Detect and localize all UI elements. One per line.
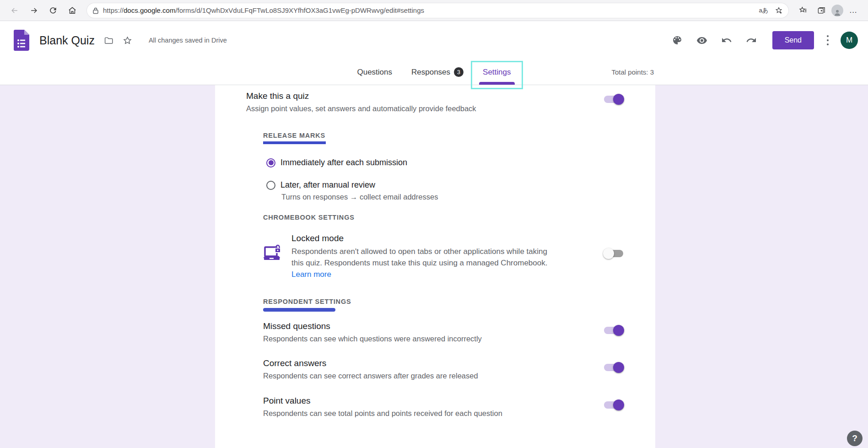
release-option-later[interactable]: Later, after manual review (266, 180, 655, 190)
respondent-settings-label-wrap: RESPONDENT SETTINGS (263, 298, 351, 312)
release-option-later-label: Later, after manual review (280, 180, 375, 190)
lock-icon (92, 7, 99, 14)
tab-responses[interactable]: Responses 3 (410, 59, 465, 85)
responses-count-badge: 3 (454, 67, 464, 77)
url-text: https://docs.google.com/forms/d/1QwhDxVd… (103, 6, 752, 14)
locked-mode-title: Locked mode (291, 233, 548, 243)
more-options-icon[interactable] (825, 32, 830, 49)
correct-answers-row: Correct answers Respondents can see corr… (263, 358, 623, 380)
point-values-toggle[interactable] (604, 401, 623, 409)
release-option-later-note: Turns on responses → collect email addre… (281, 193, 655, 201)
right-margin (655, 85, 868, 448)
toggle-knob (603, 248, 614, 259)
tab-questions[interactable]: Questions (355, 59, 394, 85)
release-option-immediately-label: Immediately after each submission (280, 158, 407, 167)
tab-bar: Questions Responses 3 Settings Total poi… (0, 59, 868, 85)
correct-answers-text: Correct answers Respondents can see corr… (263, 358, 478, 380)
missed-questions-toggle[interactable] (604, 327, 623, 334)
total-points: Total points: 3 (611, 59, 654, 85)
locked-mode-text: Locked mode Respondents aren't allowed t… (291, 233, 548, 280)
locked-mode-description: Respondents aren't allowed to open tabs … (291, 246, 548, 280)
locked-mode-toggle[interactable] (604, 250, 623, 257)
theme-palette-icon[interactable] (672, 35, 683, 46)
make-quiz-text: Make this a quiz Assign point values, se… (246, 91, 476, 113)
release-marks-underline-annotation (263, 141, 326, 144)
settings-card: Make this a quiz Assign point values, se… (215, 85, 655, 448)
make-quiz-description: Assign point values, set answers and aut… (246, 104, 476, 113)
respondent-settings-label: RESPONDENT SETTINGS (263, 298, 351, 305)
missed-questions-text: Missed questions Respondents can see whi… (263, 321, 482, 343)
left-margin (0, 85, 215, 448)
point-values-text: Point values Respondents can see total p… (263, 396, 502, 418)
point-values-description: Respondents can see total points and poi… (263, 409, 502, 418)
tab-settings-label: Settings (483, 68, 511, 77)
tab-responses-label: Responses (411, 68, 450, 77)
active-tab-indicator (479, 82, 514, 85)
url-path: /forms/d/1QwhDxVduLFqFTwLo8SJ9XYfhfOX3aG… (175, 6, 424, 14)
toggle-knob (613, 399, 624, 410)
release-option-immediately[interactable]: Immediately after each submission (266, 158, 655, 167)
url-domain: docs.google.com (124, 6, 175, 14)
learn-more-link[interactable]: Learn more (291, 270, 331, 279)
locked-mode-left: Locked mode Respondents aren't allowed t… (263, 233, 548, 280)
missed-questions-description: Respondents can see which questions were… (263, 335, 482, 343)
favorites-icon[interactable] (795, 3, 811, 18)
toolbar-right-group: ... (795, 3, 862, 18)
correct-answers-toggle[interactable] (604, 364, 623, 371)
send-button[interactable]: Send (772, 31, 814, 49)
locked-mode-laptop-lock-icon (263, 244, 283, 280)
browser-menu-icon[interactable]: ... (845, 3, 862, 18)
make-quiz-toggle[interactable] (604, 96, 623, 103)
correct-answers-title: Correct answers (263, 358, 478, 368)
refresh-icon[interactable] (45, 3, 61, 18)
tab-group: Questions Responses 3 Settings (0, 59, 868, 85)
chromebook-settings-label: CHROMEBOOK SETTINGS (263, 214, 655, 221)
translate-icon[interactable]: aあ (759, 6, 768, 15)
save-status: All changes saved in Drive (149, 37, 227, 44)
redo-icon[interactable] (746, 35, 757, 46)
document-title[interactable]: Blank Quiz (39, 34, 95, 47)
account-avatar[interactable]: M (841, 32, 858, 49)
collections-icon[interactable] (813, 3, 830, 18)
missed-questions-title: Missed questions (263, 321, 482, 331)
point-values-row: Point values Respondents can see total p… (263, 396, 623, 418)
forms-logo-icon[interactable] (14, 30, 29, 51)
radio-unselected-icon[interactable] (266, 181, 275, 190)
correct-answers-description: Respondents can see correct answers afte… (263, 372, 478, 380)
url-scheme: https:// (103, 6, 124, 14)
preview-eye-icon[interactable] (696, 35, 707, 46)
locked-mode-row: Locked mode Respondents aren't allowed t… (263, 233, 623, 280)
toggle-knob (613, 325, 624, 336)
browser-profile-avatar[interactable] (831, 5, 843, 16)
forward-icon[interactable] (26, 3, 42, 18)
toggle-knob (613, 362, 624, 373)
browser-toolbar: https://docs.google.com/forms/d/1QwhDxVd… (0, 0, 868, 21)
star-icon[interactable] (123, 36, 132, 45)
radio-selected-icon[interactable] (266, 158, 275, 167)
release-marks-section-label-wrap: RELEASE MARKS (263, 132, 326, 144)
release-marks-label: RELEASE MARKS (263, 132, 326, 139)
toggle-knob (613, 94, 624, 105)
forms-header-top: Blank Quiz All changes saved in Drive Se… (0, 21, 868, 59)
radio-dot (269, 160, 274, 165)
respondent-settings-underline-annotation (263, 308, 335, 312)
missed-questions-row: Missed questions Respondents can see whi… (263, 321, 623, 343)
tab-settings[interactable]: Settings (481, 59, 512, 85)
make-quiz-title: Make this a quiz (246, 91, 476, 101)
undo-icon[interactable] (721, 35, 732, 46)
home-icon[interactable] (64, 3, 81, 18)
point-values-title: Point values (263, 396, 502, 406)
help-button[interactable]: ? (847, 431, 863, 446)
forms-header: Blank Quiz All changes saved in Drive Se… (0, 21, 868, 85)
add-favorite-icon[interactable] (775, 6, 783, 15)
move-folder-icon[interactable] (104, 36, 113, 45)
make-quiz-row: Make this a quiz Assign point values, se… (246, 91, 623, 113)
locked-mode-description-text: Respondents aren't allowed to open tabs … (291, 247, 547, 267)
page-background: Make this a quiz Assign point values, se… (0, 85, 868, 448)
address-bar[interactable]: https://docs.google.com/forms/d/1QwhDxVd… (87, 3, 788, 18)
tab-questions-label: Questions (357, 68, 392, 77)
back-icon (6, 3, 23, 18)
